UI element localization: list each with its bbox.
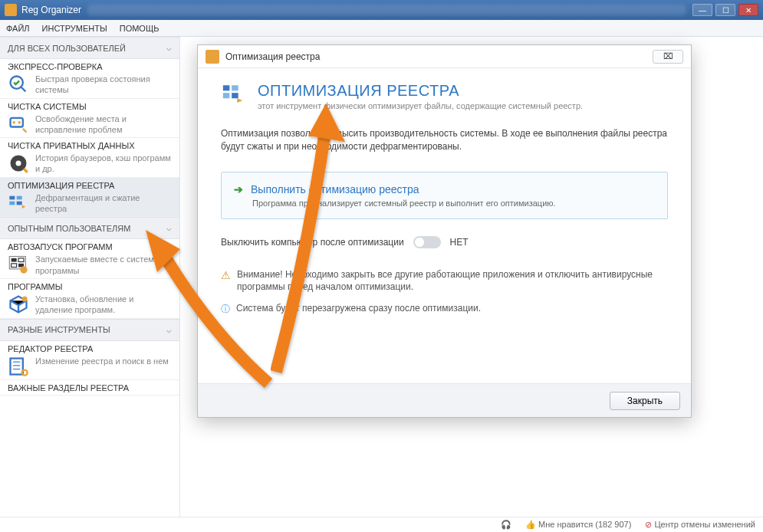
disc-icon (8, 153, 29, 174)
sidebar: ДЛЯ ВСЕХ ПОЛЬЗОВАТЕЛЕЙ ⌵ ЭКСПРЕСС-ПРОВЕР… (0, 37, 180, 517)
sidebar-item-programs[interactable]: ПРОГРАММЫ Установка, обновление и удален… (0, 279, 179, 319)
svg-rect-17 (11, 358, 23, 374)
sidebar-item-regedit[interactable]: РЕДАКТОР РЕЕСТРА Изменение реестра и пои… (0, 341, 179, 380)
item-desc: Быстрая проверка состояния системы (35, 74, 172, 96)
menu-file[interactable]: ФАЙЛ (6, 24, 30, 33)
svg-rect-11 (12, 258, 17, 262)
app-title: Reg Organizer (21, 5, 81, 15)
toggle-label: Выключить компьютер после оптимизации (221, 237, 404, 248)
sidebar-item-autorun[interactable]: АВТОЗАПУСК ПРОГРАММ Запускаемые вместе с… (0, 239, 179, 279)
svg-point-15 (20, 267, 27, 274)
maximize-button[interactable]: ☐ (715, 4, 735, 16)
menu-help[interactable]: ПОМОЩЬ (120, 24, 160, 33)
sidebar-item-clean[interactable]: ЧИСТКА СИСТЕМЫ Освобождение места и испр… (0, 99, 179, 139)
section-all-users[interactable]: ДЛЯ ВСЕХ ПОЛЬЗОВАТЕЛЕЙ ⌵ (0, 37, 179, 59)
section-label: ОПЫТНЫМ ПОЛЬЗОВАТЕЛЯМ (8, 224, 130, 233)
svg-point-2 (12, 121, 15, 124)
item-title: ЭКСПРЕСС-ПРОВЕРКА (8, 62, 172, 71)
menubar: ФАЙЛ ИНСТРУМЕНТЫ ПОМОЩЬ (0, 20, 763, 37)
titlebar-blur (87, 5, 686, 15)
optimize-dialog: Оптимизация реестра ⌧ ОПТИМИЗАЦИЯ РЕЕСТР… (197, 44, 692, 418)
item-title: АВТОЗАПУСК ПРОГРАММ (8, 242, 172, 251)
svg-rect-23 (232, 85, 238, 90)
run-optimization-button[interactable]: ➔ Выполнить оптимизацию реестра Программ… (221, 172, 668, 219)
chevron-down-icon: ⌵ (166, 43, 172, 53)
like-text: Мне нравится (182 907) (538, 520, 631, 529)
dialog-icon (206, 50, 219, 64)
svg-point-16 (22, 296, 28, 301)
sidebar-item-important[interactable]: ВАЖНЫЕ РАЗДЕЛЫ РЕЕСТРА (0, 380, 179, 396)
svg-rect-13 (12, 264, 17, 268)
item-desc: История браузеров, кэш программ и др. (35, 153, 172, 175)
action-title: Выполнить оптимизацию реестра (251, 183, 419, 195)
item-desc: Установка, обновление и удаление програм… (35, 294, 172, 316)
headset-icon[interactable]: 🎧 (501, 520, 511, 530)
sidebar-item-private[interactable]: ЧИСТКА ПРИВАТНЫХ ДАННЫХ История браузеро… (0, 138, 179, 178)
svg-rect-25 (232, 93, 238, 98)
broom-icon (8, 113, 29, 135)
magnifier-check-icon (8, 74, 29, 95)
svg-rect-12 (18, 258, 24, 262)
svg-point-5 (16, 161, 21, 166)
chevron-down-icon: ⌵ (166, 325, 172, 335)
minimize-button[interactable]: — (692, 4, 712, 16)
dialog-body-text: Оптимизация позволяет повысить производи… (221, 127, 668, 153)
registry-icon (8, 356, 29, 377)
svg-rect-9 (17, 201, 22, 205)
shutdown-toggle[interactable] (413, 236, 441, 248)
flag-icon (8, 254, 29, 275)
dialog-close-button[interactable]: ⌧ (653, 50, 683, 64)
item-desc: Изменение реестра и поиск в нем (35, 356, 169, 366)
item-title: ЧИСТКА СИСТЕМЫ (8, 102, 172, 111)
svg-point-3 (18, 121, 20, 124)
menu-tools[interactable]: ИНСТРУМЕНТЫ (42, 24, 107, 33)
item-desc: Освобождение места и исправление проблем (35, 113, 172, 136)
info-icon: ⓘ (221, 303, 230, 316)
undo-icon: ⊘ (645, 520, 652, 529)
action-subtitle: Программа проанализирует системный реест… (252, 199, 655, 208)
like-section[interactable]: 👍 Мне нравится (182 907) (525, 520, 631, 530)
svg-rect-7 (17, 195, 22, 199)
svg-point-21 (22, 369, 28, 375)
defrag-icon (8, 192, 29, 214)
window-titlebar: Reg Organizer — ☐ ✕ (0, 0, 763, 20)
item-title: ОПТИМИЗАЦИЯ РЕЕСТРА (8, 181, 172, 190)
statusbar: 🎧 👍 Мне нравится (182 907) ⊘ Центр отмен… (0, 517, 763, 532)
sidebar-item-optimize[interactable]: ОПТИМИЗАЦИЯ РЕЕСТРА Дефрагментация и сжа… (0, 178, 179, 218)
section-label: ДЛЯ ВСЕХ ПОЛЬЗОВАТЕЛЕЙ (8, 44, 126, 53)
svg-rect-8 (9, 201, 15, 205)
item-title: ВАЖНЫЕ РАЗДЕЛЫ РЕЕСТРА (8, 383, 172, 392)
dialog-title: ОПТИМИЗАЦИЯ РЕЕСТРА (258, 82, 583, 100)
section-misc[interactable]: РАЗНЫЕ ИНСТРУМЕНТЫ ⌵ (0, 319, 179, 341)
dialog-window-title: Оптимизация реестра (225, 51, 320, 62)
app-icon (5, 4, 17, 16)
item-desc: Дефрагментация и сжатие реестра (35, 192, 172, 215)
section-advanced[interactable]: ОПЫТНЫМ ПОЛЬЗОВАТЕЛЯМ ⌵ (0, 217, 179, 239)
dialog-titlebar: Оптимизация реестра ⌧ (198, 45, 691, 68)
item-title: ЧИСТКА ПРИВАТНЫХ ДАННЫХ (8, 141, 172, 150)
svg-rect-22 (223, 85, 230, 90)
section-label: РАЗНЫЕ ИНСТРУМЕНТЫ (8, 325, 110, 334)
svg-rect-6 (9, 195, 15, 199)
item-desc: Запускаемые вместе с системой программы (35, 254, 172, 276)
thumbs-up-icon: 👍 (525, 520, 536, 529)
defrag-large-icon (221, 82, 247, 108)
warning-text: Внимание! Необходимо закрыть все другие … (237, 268, 668, 294)
box-icon (8, 294, 29, 315)
content-area: Оптимизация реестра ⌧ ОПТИМИЗАЦИЯ РЕЕСТР… (180, 37, 763, 517)
chevron-down-icon: ⌵ (166, 223, 172, 233)
toggle-value: НЕТ (450, 237, 469, 248)
close-button[interactable]: Закрыть (610, 392, 680, 410)
undo-section[interactable]: ⊘ Центр отмены изменений (645, 520, 755, 530)
arrow-right-icon: ➔ (234, 183, 243, 195)
warning-icon: ⚠ (221, 268, 231, 294)
svg-rect-1 (11, 117, 23, 126)
close-window-button[interactable]: ✕ (738, 4, 758, 16)
item-title: ПРОГРАММЫ (8, 282, 172, 291)
undo-text: Центр отмены изменений (654, 520, 755, 529)
sidebar-item-express[interactable]: ЭКСПРЕСС-ПРОВЕРКА Быстрая проверка состо… (0, 59, 179, 99)
svg-rect-24 (223, 93, 230, 98)
item-title: РЕДАКТОР РЕЕСТРА (8, 344, 172, 353)
dialog-footer: Закрыть (198, 383, 691, 417)
reboot-text: Система будет перезагружена сразу после … (236, 303, 481, 316)
